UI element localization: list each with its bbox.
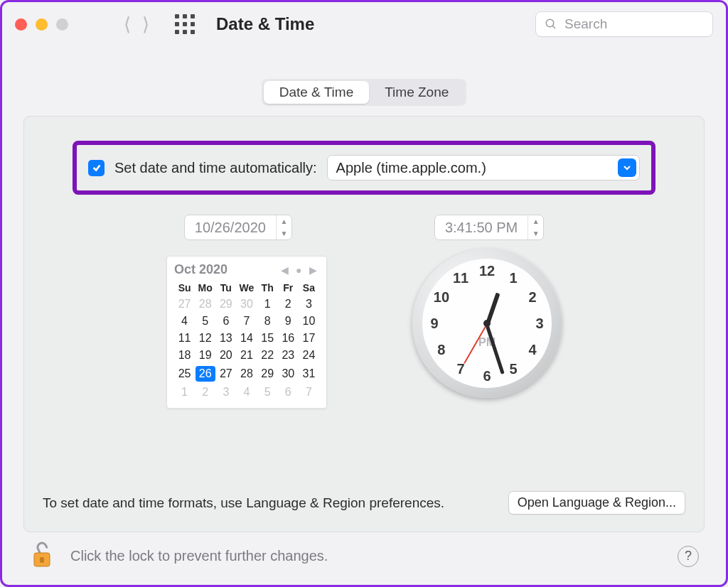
calendar-today-icon[interactable]: ●: [296, 264, 301, 276]
time-value: 3:41:50 PM: [445, 220, 518, 236]
calendar-cell[interactable]: 21: [236, 347, 257, 364]
clock-number: 4: [529, 342, 537, 358]
calendar-cell[interactable]: 27: [174, 296, 195, 313]
calendar-cell[interactable]: 30: [278, 364, 299, 384]
date-stepper[interactable]: ▲▼: [276, 215, 291, 239]
calendar-cell[interactable]: 20: [215, 347, 236, 364]
calendar-day-header: Su: [174, 280, 195, 296]
calendar-cell[interactable]: 19: [195, 347, 215, 364]
calendar-day-header: Sa: [299, 280, 319, 296]
zoom-window-button[interactable]: [56, 18, 68, 31]
calendar-cell[interactable]: 14: [236, 330, 257, 347]
clock-number: 1: [509, 269, 517, 286]
auto-datetime-row: Set date and time automatically: Apple (…: [73, 141, 655, 195]
clock-number: 7: [456, 361, 464, 377]
calendar-cell[interactable]: 24: [299, 347, 319, 364]
show-all-icon[interactable]: [175, 14, 195, 34]
help-button[interactable]: ?: [678, 546, 699, 567]
clock-number: 6: [483, 368, 491, 384]
format-hint: To set date and time formats, use Langua…: [43, 495, 444, 511]
svg-rect-3: [40, 557, 44, 563]
window-title: Date & Time: [216, 14, 314, 34]
svg-point-0: [546, 19, 554, 27]
lock-text: Click the lock to prevent further change…: [70, 548, 328, 564]
calendar-cell[interactable]: 10: [299, 313, 319, 330]
time-field[interactable]: 3:41:50 PM ▲▼: [434, 215, 544, 240]
calendar-cell[interactable]: 22: [257, 347, 278, 364]
search-input[interactable]: Search: [535, 11, 713, 37]
clock-center: [483, 320, 491, 327]
calendar-day-header: Mo: [195, 280, 215, 296]
calendar-cell[interactable]: 6: [278, 384, 299, 401]
analog-clock: PM 121234567891011: [412, 249, 562, 398]
calendar-cell[interactable]: 28: [236, 364, 257, 384]
svg-line-1: [552, 26, 555, 28]
calendar-cell[interactable]: 16: [278, 330, 299, 347]
calendar-cell[interactable]: 5: [257, 384, 278, 401]
calendar-cell[interactable]: 29: [257, 364, 278, 384]
clock-number: 2: [529, 289, 537, 306]
calendar-cell[interactable]: 27: [215, 364, 236, 384]
tab-time-zone[interactable]: Time Zone: [369, 81, 464, 104]
calendar-cell[interactable]: 29: [215, 296, 236, 313]
calendar-day-header: Th: [257, 280, 278, 296]
calendar-cell[interactable]: 3: [299, 296, 319, 313]
calendar-day-header: We: [236, 280, 257, 296]
calendar-next-icon[interactable]: ▶: [309, 264, 317, 276]
calendar-cell[interactable]: 31: [299, 364, 319, 384]
calendar-cell[interactable]: 26: [195, 364, 215, 384]
calendar-cell[interactable]: 2: [278, 296, 299, 313]
calendar-cell[interactable]: 1: [257, 296, 278, 313]
calendar-cell[interactable]: 3: [215, 384, 236, 401]
auto-datetime-checkbox[interactable]: [88, 160, 105, 176]
calendar-cell[interactable]: 30: [236, 296, 257, 313]
clock-number: 9: [430, 316, 438, 332]
calendar-cell[interactable]: 28: [195, 296, 215, 313]
chevron-down-icon: [618, 158, 636, 177]
minimize-window-button[interactable]: [36, 18, 48, 31]
calendar-month: Oct 2020: [174, 262, 228, 277]
calendar-prev-icon[interactable]: ◀: [281, 264, 289, 276]
calendar-cell[interactable]: 18: [174, 347, 195, 364]
calendar-cell[interactable]: 17: [299, 330, 319, 347]
date-field[interactable]: 10/26/2020 ▲▼: [184, 215, 292, 240]
clock-number: 12: [479, 263, 495, 279]
calendar-cell[interactable]: 12: [195, 330, 215, 347]
time-stepper[interactable]: ▲▼: [528, 215, 543, 239]
forward-button[interactable]: ⟩: [142, 14, 149, 36]
calendar-day-header: Fr: [278, 280, 299, 296]
clock-number: 8: [437, 342, 445, 358]
tabs: Date & Time Time Zone: [2, 79, 726, 106]
toolbar: ⟨ ⟩ Date & Time Search: [2, 2, 726, 46]
search-icon: [545, 18, 557, 31]
calendar-cell[interactable]: 9: [278, 313, 299, 330]
calendar-cell[interactable]: 15: [257, 330, 278, 347]
search-placeholder: Search: [564, 16, 607, 32]
tab-date-time[interactable]: Date & Time: [264, 81, 370, 104]
clock-number: 10: [434, 289, 449, 306]
time-server-value: Apple (time.apple.com.): [336, 160, 486, 176]
time-server-combo[interactable]: Apple (time.apple.com.): [327, 155, 640, 181]
calendar-cell[interactable]: 7: [299, 384, 319, 401]
clock-number: 3: [535, 316, 543, 332]
calendar[interactable]: Oct 2020 ◀ ● ▶ SuMoTuWeThFrSa 2728293012…: [166, 256, 327, 409]
calendar-cell[interactable]: 11: [174, 330, 195, 347]
calendar-cell[interactable]: 4: [236, 384, 257, 401]
calendar-cell[interactable]: 25: [174, 364, 195, 384]
back-button[interactable]: ⟨: [124, 14, 131, 36]
calendar-cell[interactable]: 6: [215, 313, 236, 330]
calendar-cell[interactable]: 2: [195, 384, 215, 401]
calendar-cell[interactable]: 7: [236, 313, 257, 330]
calendar-cell[interactable]: 23: [278, 347, 299, 364]
calendar-cell[interactable]: 8: [257, 313, 278, 330]
date-value: 10/26/2020: [195, 220, 266, 236]
calendar-cell[interactable]: 4: [174, 313, 195, 330]
open-language-region-button[interactable]: Open Language & Region...: [508, 491, 685, 515]
calendar-cell[interactable]: 5: [195, 313, 215, 330]
window-controls: [15, 18, 68, 31]
close-window-button[interactable]: [15, 18, 27, 31]
calendar-cell[interactable]: 1: [174, 384, 195, 401]
calendar-cell[interactable]: 13: [215, 330, 236, 347]
minute-hand: [486, 325, 505, 375]
lock-icon[interactable]: [29, 540, 55, 572]
